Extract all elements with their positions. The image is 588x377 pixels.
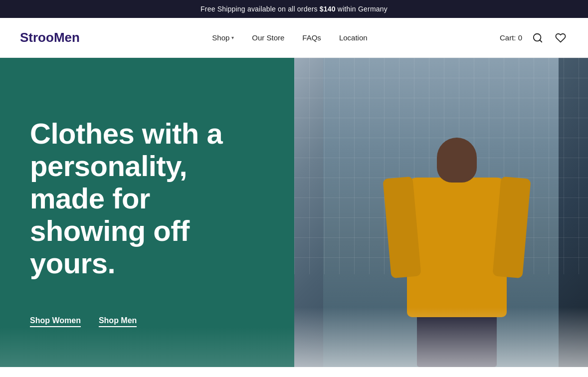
cart-button[interactable]: Cart: 0 <box>500 33 522 42</box>
search-button[interactable] <box>530 30 545 45</box>
chevron-down-icon: ▾ <box>231 35 234 40</box>
svg-line-1 <box>540 40 542 42</box>
shop-women-button[interactable]: Shop Women <box>30 316 81 327</box>
wishlist-button[interactable] <box>553 30 568 45</box>
shop-men-button[interactable]: Shop Men <box>99 316 137 327</box>
hero-section: Clothes with a personality, made for sho… <box>0 58 588 367</box>
nav-faqs[interactable]: FAQs <box>302 33 321 42</box>
person-figure <box>377 88 537 367</box>
announcement-bar: Free Shipping available on all orders $1… <box>0 0 588 18</box>
logo-stroo: Stroo <box>20 30 54 45</box>
nav-our-store[interactable]: Our Store <box>252 33 284 42</box>
announcement-text: Free Shipping available on all orders $1… <box>200 5 388 13</box>
search-icon <box>532 32 543 43</box>
heart-icon <box>555 32 566 43</box>
hero-left-panel: Clothes with a personality, made for sho… <box>0 58 294 367</box>
hero-cta-row: Shop Women Shop Men <box>30 316 264 337</box>
header-actions: Cart: 0 <box>500 30 568 45</box>
nav-shop[interactable]: Shop ▾ <box>212 33 234 42</box>
hero-headline: Clothes with a personality, made for sho… <box>30 118 264 280</box>
logo-men: Men <box>54 30 80 45</box>
logo[interactable]: StrooMen <box>20 30 80 45</box>
person-head <box>437 138 477 183</box>
main-nav: Shop ▾ Our Store FAQs Location <box>212 33 367 42</box>
nav-location[interactable]: Location <box>339 33 368 42</box>
hero-right-panel <box>294 58 588 367</box>
header: StrooMen Shop ▾ Our Store FAQs Location … <box>0 18 588 58</box>
person-jacket <box>407 178 507 317</box>
hero-image <box>294 58 588 367</box>
